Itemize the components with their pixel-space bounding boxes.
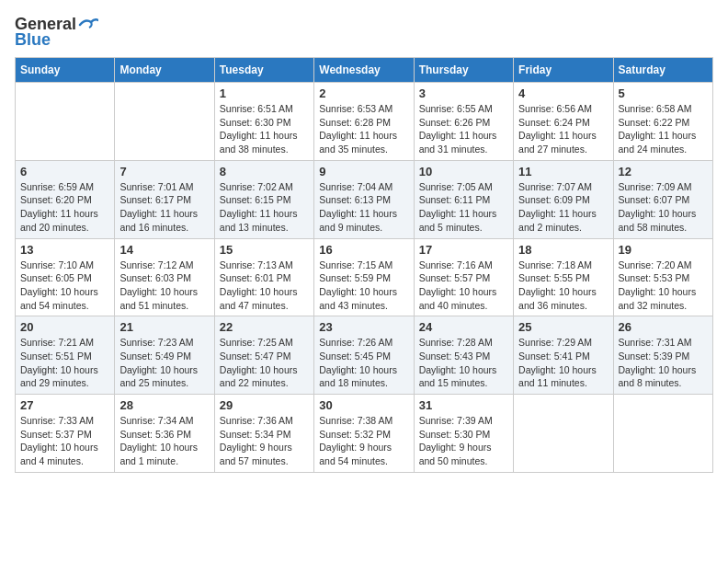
day-number: 31: [419, 398, 508, 412]
day-number: 3: [419, 86, 508, 100]
calendar-cell: [613, 395, 712, 473]
day-number: 21: [119, 320, 209, 334]
calendar-cell: 3Sunrise: 6:55 AMSunset: 6:26 PMDaylight…: [414, 83, 513, 161]
calendar-cell: 15Sunrise: 7:13 AMSunset: 6:01 PMDayligh…: [214, 238, 313, 316]
day-number: 26: [619, 320, 708, 334]
calendar-cell: 17Sunrise: 7:16 AMSunset: 5:57 PMDayligh…: [414, 238, 513, 316]
day-number: 15: [220, 243, 309, 257]
day-number: 28: [119, 398, 209, 412]
calendar-cell: [514, 395, 613, 473]
day-info: Sunrise: 7:15 AMSunset: 5:59 PMDaylight:…: [319, 259, 408, 313]
day-info: Sunrise: 7:31 AMSunset: 5:39 PMDaylight:…: [619, 336, 708, 390]
day-info: Sunrise: 7:16 AMSunset: 5:57 PMDaylight:…: [419, 259, 508, 313]
day-info: Sunrise: 7:18 AMSunset: 5:55 PMDaylight:…: [518, 259, 608, 313]
calendar-week-0: 1Sunrise: 6:51 AMSunset: 6:30 PMDaylight…: [16, 83, 713, 161]
calendar-cell: 23Sunrise: 7:26 AMSunset: 5:45 PMDayligh…: [314, 316, 414, 395]
header-sunday: Sunday: [16, 58, 115, 83]
day-info: Sunrise: 7:20 AMSunset: 5:53 PMDaylight:…: [619, 259, 708, 313]
day-number: 6: [20, 165, 109, 178]
day-info: Sunrise: 7:23 AMSunset: 5:49 PMDaylight:…: [119, 336, 209, 390]
calendar-cell: 1Sunrise: 6:51 AMSunset: 6:30 PMDaylight…: [214, 83, 313, 161]
day-number: 2: [319, 86, 408, 100]
calendar-cell: 10Sunrise: 7:05 AMSunset: 6:11 PMDayligh…: [414, 160, 513, 238]
calendar-cell: 8Sunrise: 7:02 AMSunset: 6:15 PMDaylight…: [214, 160, 313, 238]
calendar-cell: 29Sunrise: 7:36 AMSunset: 5:34 PMDayligh…: [214, 395, 313, 473]
day-info: Sunrise: 6:51 AMSunset: 6:30 PMDaylight:…: [220, 102, 309, 156]
day-info: Sunrise: 7:33 AMSunset: 5:37 PMDaylight:…: [20, 414, 109, 468]
day-number: 18: [518, 243, 608, 257]
day-info: Sunrise: 7:01 AMSunset: 6:17 PMDaylight:…: [119, 180, 209, 235]
day-number: 22: [220, 320, 309, 334]
day-number: 12: [619, 165, 708, 178]
day-info: Sunrise: 6:55 AMSunset: 6:26 PMDaylight:…: [419, 102, 508, 156]
day-number: 4: [518, 86, 608, 100]
day-info: Sunrise: 7:02 AMSunset: 6:15 PMDaylight:…: [220, 180, 309, 235]
day-info: Sunrise: 7:29 AMSunset: 5:41 PMDaylight:…: [518, 336, 608, 390]
header-wednesday: Wednesday: [314, 58, 414, 83]
day-number: 23: [319, 320, 408, 334]
logo: General Blue: [15, 15, 98, 50]
header-saturday: Saturday: [613, 58, 712, 83]
day-info: Sunrise: 7:39 AMSunset: 5:30 PMDaylight:…: [419, 414, 508, 468]
day-info: Sunrise: 7:36 AMSunset: 5:34 PMDaylight:…: [220, 414, 309, 468]
day-number: 1: [220, 86, 309, 100]
calendar-header-row: SundayMondayTuesdayWednesdayThursdayFrid…: [16, 58, 713, 83]
day-number: 5: [619, 86, 708, 100]
day-number: 24: [419, 320, 508, 334]
day-number: 25: [518, 320, 608, 334]
calendar-cell: 27Sunrise: 7:33 AMSunset: 5:37 PMDayligh…: [16, 395, 115, 473]
calendar-week-4: 27Sunrise: 7:33 AMSunset: 5:37 PMDayligh…: [16, 395, 713, 473]
calendar-cell: 24Sunrise: 7:28 AMSunset: 5:43 PMDayligh…: [414, 316, 513, 395]
header: General Blue: [15, 15, 713, 50]
calendar-cell: [115, 83, 214, 161]
day-number: 17: [419, 243, 508, 257]
day-info: Sunrise: 6:58 AMSunset: 6:22 PMDaylight:…: [619, 102, 708, 156]
day-number: 9: [319, 165, 408, 178]
calendar-cell: 16Sunrise: 7:15 AMSunset: 5:59 PMDayligh…: [314, 238, 414, 316]
day-number: 8: [220, 165, 309, 178]
day-number: 27: [20, 398, 109, 412]
calendar-cell: 30Sunrise: 7:38 AMSunset: 5:32 PMDayligh…: [314, 395, 414, 473]
day-number: 7: [119, 165, 209, 178]
day-number: 29: [220, 398, 309, 412]
calendar-cell: 18Sunrise: 7:18 AMSunset: 5:55 PMDayligh…: [514, 238, 613, 316]
day-number: 20: [20, 320, 109, 334]
calendar-week-1: 6Sunrise: 6:59 AMSunset: 6:20 PMDaylight…: [16, 160, 713, 238]
logo-blue-text: Blue: [15, 30, 51, 50]
day-info: Sunrise: 7:13 AMSunset: 6:01 PMDaylight:…: [220, 259, 309, 313]
day-info: Sunrise: 7:26 AMSunset: 5:45 PMDaylight:…: [319, 336, 408, 390]
calendar-cell: [16, 83, 115, 161]
day-info: Sunrise: 7:05 AMSunset: 6:11 PMDaylight:…: [419, 180, 508, 235]
day-number: 13: [20, 243, 109, 257]
calendar-cell: 26Sunrise: 7:31 AMSunset: 5:39 PMDayligh…: [613, 316, 712, 395]
logo-bird-icon: [78, 17, 98, 33]
calendar-cell: 11Sunrise: 7:07 AMSunset: 6:09 PMDayligh…: [514, 160, 613, 238]
calendar-cell: 13Sunrise: 7:10 AMSunset: 6:05 PMDayligh…: [16, 238, 115, 316]
day-info: Sunrise: 7:12 AMSunset: 6:03 PMDaylight:…: [119, 259, 209, 313]
header-tuesday: Tuesday: [214, 58, 313, 83]
day-info: Sunrise: 7:10 AMSunset: 6:05 PMDaylight:…: [20, 259, 109, 313]
day-number: 16: [319, 243, 408, 257]
day-info: Sunrise: 7:28 AMSunset: 5:43 PMDaylight:…: [419, 336, 508, 390]
calendar-week-3: 20Sunrise: 7:21 AMSunset: 5:51 PMDayligh…: [16, 316, 713, 395]
day-number: 11: [518, 165, 608, 178]
day-info: Sunrise: 7:09 AMSunset: 6:07 PMDaylight:…: [619, 180, 708, 235]
calendar-cell: 28Sunrise: 7:34 AMSunset: 5:36 PMDayligh…: [115, 395, 214, 473]
day-info: Sunrise: 6:59 AMSunset: 6:20 PMDaylight:…: [20, 180, 109, 235]
day-info: Sunrise: 7:25 AMSunset: 5:47 PMDaylight:…: [220, 336, 309, 390]
calendar-cell: 6Sunrise: 6:59 AMSunset: 6:20 PMDaylight…: [16, 160, 115, 238]
calendar-cell: 19Sunrise: 7:20 AMSunset: 5:53 PMDayligh…: [613, 238, 712, 316]
calendar-week-2: 13Sunrise: 7:10 AMSunset: 6:05 PMDayligh…: [16, 238, 713, 316]
calendar-cell: 5Sunrise: 6:58 AMSunset: 6:22 PMDaylight…: [613, 83, 712, 161]
day-info: Sunrise: 7:21 AMSunset: 5:51 PMDaylight:…: [20, 336, 109, 390]
day-number: 30: [319, 398, 408, 412]
header-friday: Friday: [514, 58, 613, 83]
day-info: Sunrise: 6:53 AMSunset: 6:28 PMDaylight:…: [319, 102, 408, 156]
calendar-cell: 12Sunrise: 7:09 AMSunset: 6:07 PMDayligh…: [613, 160, 712, 238]
day-number: 10: [419, 165, 508, 178]
calendar-cell: 20Sunrise: 7:21 AMSunset: 5:51 PMDayligh…: [16, 316, 115, 395]
day-info: Sunrise: 7:04 AMSunset: 6:13 PMDaylight:…: [319, 180, 408, 235]
calendar-cell: 9Sunrise: 7:04 AMSunset: 6:13 PMDaylight…: [314, 160, 414, 238]
day-number: 19: [619, 243, 708, 257]
day-number: 14: [119, 243, 209, 257]
